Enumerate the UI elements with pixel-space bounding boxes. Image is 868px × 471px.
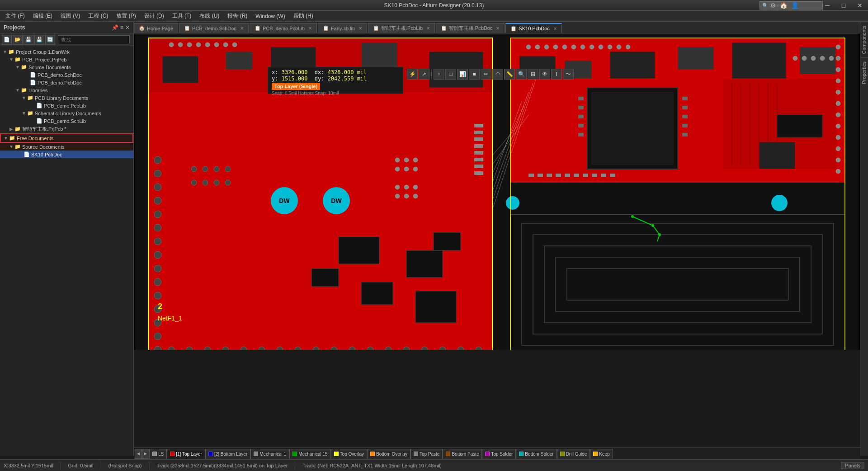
tab-pcb-demo-sch-close[interactable]: ✕ <box>240 26 244 31</box>
wave-tool[interactable]: 〜 <box>563 69 574 80</box>
stop-tool[interactable]: ■ <box>469 69 480 80</box>
panel-pin-icon[interactable]: 📌 <box>112 24 118 31</box>
tab-zhiche-pcblib-close[interactable]: ✕ <box>426 26 430 31</box>
tree-item-project-group[interactable]: ▼ 📁 Project Group 1.DsnWrk <box>0 48 133 56</box>
zoom-in-tool[interactable]: + <box>434 69 444 80</box>
tab-pcb-demo-pcblib-close[interactable]: ✕ <box>308 26 312 31</box>
tab-zhiche-pcbdoc[interactable]: 📋 智能车主板.PcbDoc ✕ <box>436 23 505 33</box>
tree-item-zhiche-proj[interactable]: ▶ 📁 智能车主板.PrjPcb * <box>0 125 133 133</box>
maximize-button[interactable]: □ <box>835 0 852 11</box>
menu-design[interactable]: 设计 (D) <box>141 11 168 21</box>
tab-sk10-pcbdoc-close[interactable]: ✕ <box>553 26 557 31</box>
tree-item-sk10-pcbdoc[interactable]: ▶ 📄 SK10.PcbDoc <box>0 151 133 158</box>
menu-edit[interactable]: 编辑 (E) <box>29 11 56 21</box>
tab-zhiche-pcblib[interactable]: 📋 智能车主板.PcbLib ✕ <box>368 23 435 33</box>
menu-file[interactable]: 文件 (F) <box>2 11 28 21</box>
tree-item-pcb-lib-docs[interactable]: ▼ 📁 PCB Library Documents <box>0 94 133 102</box>
arc-tool[interactable]: ◠ <box>492 69 503 80</box>
menu-place[interactable]: 放置 (P) <box>113 11 139 21</box>
text-tool[interactable]: T <box>551 69 562 80</box>
save-all-btn[interactable]: 💾 <box>34 35 44 45</box>
minimize-button[interactable]: ─ <box>819 0 835 11</box>
menu-reports[interactable]: 报告 (R) <box>224 11 251 21</box>
settings-icon[interactable]: ⚙ <box>770 2 776 9</box>
layer-tab-ls[interactable]: LS <box>149 449 167 459</box>
layer-tab-mech15[interactable]: Mechanical 15 <box>289 449 330 459</box>
canvas-area[interactable]: x: 3326.000 dx: 4326.000 mil y: 1515.000… <box>134 33 860 350</box>
tab-pcb-demo-sch[interactable]: 📋 PCB_demo.SchDoc ✕ <box>179 23 249 33</box>
tree-item-sch-lib-docs[interactable]: ▼ 📁 Schematic Library Documents <box>0 109 133 117</box>
layer-tab-top-paste[interactable]: Top Paste <box>410 449 443 459</box>
layer-tab-keep[interactable]: Keep <box>590 449 613 459</box>
layer-tab-drill-guide[interactable]: Drill Guide <box>557 449 590 459</box>
tree-item-pcb-demo-sch[interactable]: ▶ 📄 PCB_demo.SchDoc <box>0 71 133 79</box>
svg-point-131 <box>631 215 634 218</box>
grid-tool[interactable]: ⊞ <box>528 69 538 80</box>
layer-tab-bottom[interactable]: [2] Bottom Layer <box>205 449 250 459</box>
tree-item-free-docs[interactable]: ▼ 📁 Free Documents <box>0 133 133 143</box>
magnify-tool[interactable]: 🔍 <box>516 69 527 80</box>
components-panel-tab[interactable]: Components <box>860 22 868 57</box>
home-icon[interactable]: 🏠 <box>780 2 788 9</box>
svg-rect-79 <box>678 47 714 70</box>
tab-zhiche-pcbdoc-close[interactable]: ✕ <box>496 26 500 31</box>
svg-point-170 <box>820 56 825 61</box>
layer-tab-bottom-paste[interactable]: Bottom Paste <box>443 449 482 459</box>
tree-item-source-docs[interactable]: ▼ 📁 Source Documents <box>0 63 133 71</box>
properties-panel-tab[interactable]: Properties <box>860 57 868 88</box>
layer-nav-right[interactable]: ► <box>142 449 149 459</box>
tree-item-pcb-demo-schlib[interactable]: ▶ 📄 PCB_demo.SchLib <box>0 117 133 125</box>
tree-item-pcb-demo-pcb[interactable]: ▶ 📄 PCB_demo.PcbDoc <box>0 79 133 86</box>
measure-tool[interactable]: 📏 <box>504 69 515 80</box>
pen-tool[interactable]: ✏ <box>481 69 491 80</box>
menu-tools[interactable]: 工具 (T) <box>169 11 195 21</box>
tree-item-libraries[interactable]: ▼ 📁 Libraries <box>0 86 133 94</box>
filter-tool[interactable]: ⚡ <box>407 69 418 80</box>
panel-close-icon[interactable]: ✕ <box>125 24 130 31</box>
toolbar-sep-1 <box>431 70 432 79</box>
tree-item-pcb-demo-lib[interactable]: ▶ 📄 PCB_demo.PcbLib <box>0 102 133 109</box>
libraries-icon: 📁 <box>21 87 27 93</box>
refresh-btn[interactable]: 🔄 <box>45 35 55 45</box>
layer-tab-top-solder[interactable]: Top Solder <box>482 449 516 459</box>
svg-point-168 <box>802 56 807 61</box>
tab-fany-lib[interactable]: 📋 Fany-lib.lib ✕ <box>318 23 367 33</box>
tab-fany-lib-close[interactable]: ✕ <box>359 26 362 31</box>
tree-arrow: ▶ <box>8 127 14 132</box>
menu-window[interactable]: Window (W) <box>252 12 288 20</box>
tree-item-pcb-project[interactable]: ▼ 📁 PCB_Project.PrjPcb <box>0 56 133 63</box>
layer-nav-left[interactable]: ◄ <box>135 449 142 459</box>
rectangle-tool[interactable]: □ <box>445 69 456 80</box>
layer-tab-bottom-overlay[interactable]: Bottom Overlay <box>367 449 410 459</box>
status-coords: X:3332.5mil Y:1515mil <box>4 463 53 468</box>
close-button[interactable]: ✕ <box>852 0 868 11</box>
tree-search-input[interactable] <box>58 35 130 44</box>
left-panel: Projects 📌 ≡ ✕ 📄 📂 💾 💾 🔄 ▼ 📁 Project Gro… <box>0 22 134 456</box>
layer-tab-bottom-solder[interactable]: Bottom Solder <box>516 449 557 459</box>
menu-route[interactable]: 布线 (U) <box>196 11 223 21</box>
user-icon[interactable]: 👤 <box>791 2 799 9</box>
tree-arrow: ▼ <box>21 111 27 116</box>
tab-home[interactable]: 🏠 Home Page <box>134 23 178 33</box>
open-project-btn[interactable]: 📂 <box>13 35 23 45</box>
new-project-btn[interactable]: 📄 <box>2 35 12 45</box>
layer-tab-top-overlay[interactable]: Top Overlay <box>331 449 367 459</box>
select-tool[interactable]: ↗ <box>419 69 429 80</box>
visibility-tool[interactable]: 👁 <box>539 69 550 80</box>
tab-pcb-demo-pcblib[interactable]: 📋 PCB_demo.PcbLib ✕ <box>250 23 317 33</box>
svg-point-13 <box>214 42 219 47</box>
menu-view[interactable]: 视图 (V) <box>57 11 84 21</box>
panels-status-button[interactable]: Panels <box>841 462 864 469</box>
layer-tab-mech1[interactable]: Mechanical 1 <box>250 449 289 459</box>
tab-sk10-pcbdoc[interactable]: 📋 SK10.PcbDoc ✕ <box>505 23 561 33</box>
save-btn[interactable]: 💾 <box>24 35 33 45</box>
chart-tool[interactable]: 📊 <box>457 69 468 80</box>
tree-item-free-source-docs[interactable]: ▼ 📁 Source Documents <box>0 143 133 151</box>
panel-menu-icon[interactable]: ≡ <box>120 24 123 31</box>
menu-help[interactable]: 帮助 (H) <box>290 11 317 21</box>
layer-tab-top[interactable]: [1] Top Layer <box>167 449 205 459</box>
svg-rect-81 <box>800 47 836 74</box>
svg-rect-160 <box>474 131 483 134</box>
menu-project[interactable]: 工程 (C) <box>85 11 112 21</box>
layer-indicator: Top Layer (Single) <box>272 82 399 90</box>
